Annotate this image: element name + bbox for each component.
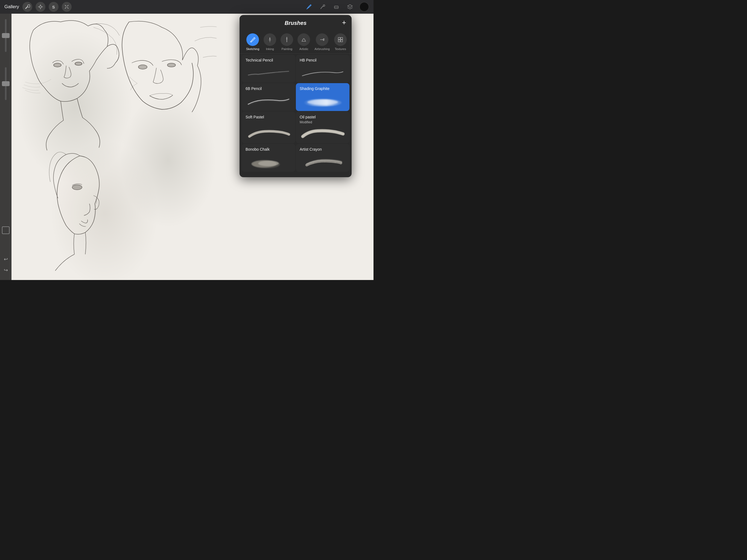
- category-artistic[interactable]: Artistic: [295, 32, 312, 52]
- color-square-button[interactable]: [2, 226, 9, 234]
- brush-name-hb-pencil: HB Pencil: [300, 58, 345, 62]
- brush-shading-graphite[interactable]: Shading Graphite: [296, 83, 350, 111]
- brush-sub-oil-pastel: Modified: [300, 120, 345, 124]
- gallery-button[interactable]: Gallery: [4, 4, 19, 9]
- layers-tool-button[interactable]: [345, 2, 354, 11]
- brush-name-soft-pastel: Soft Pastel: [246, 115, 291, 119]
- brush-size-slider[interactable]: [5, 19, 6, 52]
- svg-point-21: [335, 162, 336, 163]
- brushes-panel: Brushes + Sketching Inking: [239, 15, 352, 177]
- svg-point-16: [253, 160, 280, 169]
- transform-button[interactable]: [62, 2, 72, 12]
- svg-rect-11: [341, 40, 343, 42]
- sketch-artwork: [11, 14, 216, 280]
- svg-point-17: [313, 162, 314, 163]
- svg-point-20: [330, 161, 331, 162]
- 6b-pencil-stroke: [246, 94, 291, 108]
- technical-pencil-stroke: [246, 66, 291, 79]
- painting-label: Painting: [281, 47, 292, 51]
- artist-crayon-stroke: [300, 155, 345, 169]
- svg-point-18: [319, 161, 319, 162]
- svg-point-6: [168, 63, 176, 67]
- category-painting[interactable]: Painting: [278, 32, 295, 52]
- brush-name-shading-graphite: Shading Graphite: [300, 86, 345, 91]
- adjust-button[interactable]: [35, 2, 45, 12]
- hb-pencil-stroke: [300, 66, 345, 79]
- svg-point-3: [54, 63, 61, 67]
- soft-pastel-stroke: [246, 126, 291, 140]
- left-sidebar: ↩ ↪: [0, 14, 11, 280]
- user-avatar[interactable]: [359, 2, 369, 12]
- artistic-icon: [298, 33, 310, 46]
- brush-name-bonobo-chalk: Bonobo Chalk: [246, 147, 291, 152]
- svg-rect-10: [338, 40, 340, 42]
- category-textures[interactable]: Textures: [332, 32, 349, 52]
- brush-hb-pencil[interactable]: HB Pencil: [296, 55, 350, 82]
- brush-tool-button[interactable]: [305, 2, 313, 11]
- shading-graphite-stroke: [300, 94, 345, 108]
- brush-size-thumb[interactable]: [2, 33, 9, 38]
- brush-grid: Technical Pencil HB Pencil 6B Pencil S: [239, 54, 352, 173]
- svg-rect-9: [341, 37, 343, 40]
- svg-point-0: [40, 6, 42, 8]
- panel-title: Brushes: [285, 20, 307, 26]
- inking-label: Inking: [266, 47, 274, 51]
- brush-6b-pencil[interactable]: 6B Pencil: [242, 83, 295, 111]
- svg-point-7: [72, 185, 82, 190]
- svg-point-4: [75, 62, 82, 65]
- opacity-thumb[interactable]: [2, 81, 9, 86]
- brush-name-6b-pencil: 6B Pencil: [246, 86, 291, 91]
- wrench-button[interactable]: [22, 2, 32, 12]
- brush-soft-pastel[interactable]: Soft Pastel: [242, 111, 295, 143]
- add-brush-button[interactable]: +: [342, 19, 346, 26]
- category-inking[interactable]: Inking: [261, 32, 278, 52]
- sketching-icon: [247, 33, 259, 46]
- svg-point-13: [307, 100, 338, 105]
- selection-button[interactable]: S: [49, 2, 58, 12]
- opacity-slider[interactable]: [5, 67, 6, 100]
- panel-header: Brushes +: [239, 15, 352, 29]
- brush-technical-pencil[interactable]: Technical Pencil: [242, 55, 295, 82]
- redo-button[interactable]: ↪: [1, 266, 10, 275]
- oil-pastel-stroke: [300, 126, 345, 140]
- textures-label: Textures: [335, 47, 346, 51]
- painting-icon: [281, 33, 293, 46]
- svg-point-19: [325, 161, 325, 162]
- undo-button[interactable]: ↩: [1, 255, 10, 263]
- toolbar: Gallery S: [0, 0, 374, 14]
- airbrushing-label: Airbrushing: [314, 47, 330, 51]
- sketching-label: Sketching: [246, 47, 259, 51]
- smudge-tool-button[interactable]: [318, 2, 327, 11]
- artistic-label: Artistic: [300, 47, 308, 51]
- airbrushing-icon: [316, 33, 328, 46]
- category-sketching[interactable]: Sketching: [244, 32, 261, 52]
- toolbar-left: Gallery S: [4, 2, 72, 12]
- eraser-tool-button[interactable]: [332, 2, 341, 11]
- brush-bonobo-chalk[interactable]: Bonobo Chalk: [242, 144, 295, 172]
- brush-name-artist-crayon: Artist Crayon: [300, 147, 345, 152]
- brush-name-technical-pencil: Technical Pencil: [246, 58, 291, 62]
- brush-artist-crayon[interactable]: Artist Crayon: [296, 144, 350, 172]
- svg-point-5: [138, 65, 147, 69]
- bonobo-chalk-stroke: [246, 155, 291, 169]
- brush-oil-pastel[interactable]: Oil pastel Modified: [296, 111, 350, 143]
- category-airbrushing[interactable]: Airbrushing: [312, 32, 332, 52]
- brush-name-oil-pastel: Oil pastel: [300, 115, 345, 119]
- inking-icon: [264, 33, 276, 46]
- textures-icon: [334, 33, 347, 46]
- category-tabs: Sketching Inking Painting: [239, 29, 352, 54]
- svg-point-22: [338, 162, 339, 162]
- svg-rect-8: [338, 37, 340, 40]
- toolbar-right: [305, 2, 369, 12]
